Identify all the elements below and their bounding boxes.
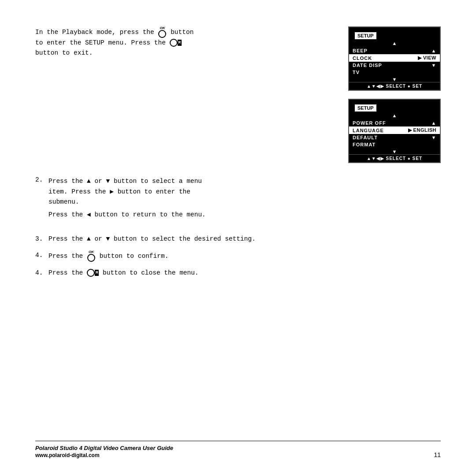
ok-button-icon-2: OK — [87, 250, 95, 262]
step2-body: Press the ▲ or ▼ button to select a menu… — [48, 176, 441, 207]
menu1-item-datedisp: DATE DISP ▼ — [349, 62, 440, 69]
menu-display-1: SETUP ▲ BEEP ▲ CLOCK ▶ VIEW DATE — [348, 26, 441, 91]
step2-return: Press the ◀ button to return to the menu… — [35, 210, 441, 220]
menu-button-icon-2: M — [87, 269, 99, 277]
footer-title: Polaroid Studio 4 Digital Video Camera U… — [35, 445, 173, 451]
menu-right-section: SETUP ▲ BEEP ▲ CLOCK ▶ VIEW DATE — [348, 26, 441, 163]
step4a-num: 4. — [35, 250, 48, 260]
menu1-down-arrow: ▼ — [349, 77, 440, 82]
intro-text1: In the Playback mode, press the — [35, 29, 154, 36]
step4a-content: Press the OK button to confirm. — [48, 250, 168, 262]
menu2-items: POWER OFF ▲ LANGUAGE ▶ ENGLISH DEFAULT ▼ — [349, 119, 440, 149]
ok-circle-2 — [87, 254, 95, 262]
menu-display-2: SETUP ▲ POWER OFF ▲ LANGUAGE ▶ ENGLISH — [348, 99, 441, 163]
step2-text: 2. Press the ▲ or ▼ button to select a m… — [35, 176, 441, 228]
menu2-item-format: FORMAT — [349, 141, 440, 148]
intro-text3: button to exit. — [35, 49, 93, 56]
ok-label: OK — [160, 26, 165, 30]
menu-circle-2 — [87, 269, 95, 277]
step4a-section: 4. Press the OK button to confirm. — [35, 250, 441, 262]
menu2-down-arrow: ▼ — [349, 149, 440, 154]
menu2-footer: ▲▼◀▶ SELECT ● SET — [349, 154, 440, 162]
step4b-section: 4. Press the M button to close the menu. — [35, 268, 441, 278]
page: In the Playback mode, press the OK butto… — [0, 0, 476, 476]
step3-content: Press the ▲ or ▼ button to select the de… — [48, 234, 256, 244]
step2-num: 2. — [35, 176, 44, 183]
footer-url: www.polaroid-digital.com — [35, 452, 173, 458]
step2-section: 2. Press the ▲ or ▼ button to select a m… — [35, 176, 441, 228]
step3-num: 3. — [35, 234, 48, 244]
menu1-items: BEEP ▲ CLOCK ▶ VIEW DATE DISP ▼ TV — [349, 46, 440, 77]
menu2-item-language: LANGUAGE ▶ ENGLISH — [349, 126, 440, 134]
ok-button-icon: OK — [158, 26, 166, 38]
page-footer: Polaroid Studio 4 Digital Video Camera U… — [35, 441, 441, 458]
menu2-item-poweroff: POWER OFF ▲ — [349, 119, 440, 126]
footer-left: Polaroid Studio 4 Digital Video Camera U… — [35, 445, 173, 458]
content-area: In the Playback mode, press the OK butto… — [35, 26, 441, 285]
step4b-num: 4. — [35, 268, 48, 278]
menu1-item-tv: TV — [349, 69, 440, 76]
menu2-title: SETUP — [354, 104, 377, 112]
ok-circle — [158, 30, 166, 38]
menu1-footer: ▲▼◀▶ SELECT ● SET — [349, 82, 440, 90]
menu1-item-clock: CLOCK ▶ VIEW — [349, 54, 440, 62]
intro-text: In the Playback mode, press the OK butto… — [35, 26, 282, 58]
step3-section: 3. Press the ▲ or ▼ button to select the… — [35, 234, 441, 244]
menu2-item-default: DEFAULT ▼ — [349, 134, 440, 141]
step4b-content: Press the M button to close the menu. — [48, 268, 199, 278]
menu-m-label: M — [178, 40, 182, 46]
menu-button-icon: M — [170, 39, 182, 47]
menu1-up-arrow: ▲ — [349, 41, 440, 46]
menu-m-label-2: M — [95, 270, 99, 276]
menu2-up-arrow: ▲ — [349, 113, 440, 119]
top-section: In the Playback mode, press the OK butto… — [35, 26, 441, 163]
menu1-title: SETUP — [354, 32, 377, 40]
menu1-item-beep: BEEP ▲ — [349, 47, 440, 54]
menu-circle — [170, 39, 178, 47]
footer-page-number: 11 — [434, 451, 441, 458]
ok-label-2: OK — [89, 250, 94, 254]
